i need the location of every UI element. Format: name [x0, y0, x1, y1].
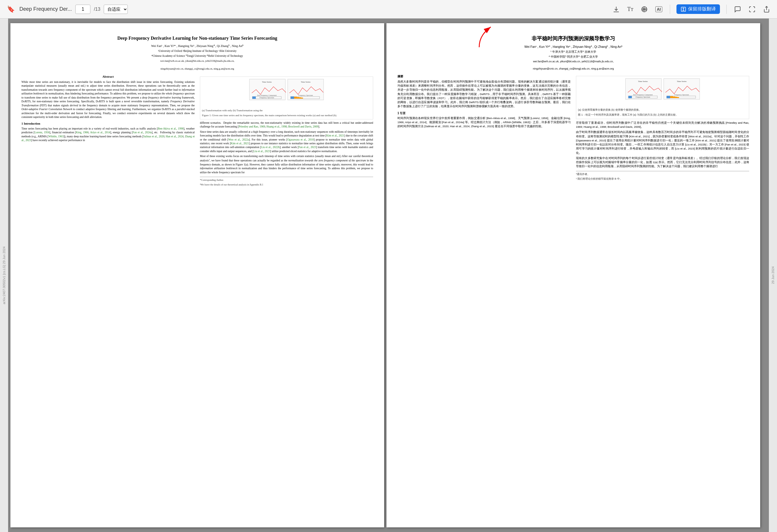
col2-text1: different scenarios. Despite the remarka…	[200, 121, 373, 129]
footnote1: *Corresponding Author.	[200, 178, 373, 182]
cn-intro-heading: 1 引言	[398, 111, 571, 115]
cn-figure-1: Time Series Zero Frequency Component Fre…	[576, 76, 749, 119]
pages-container: Deep Frequency Derivative Learning for N…	[8, 18, 769, 532]
svg-rect-12	[291, 97, 294, 99]
svg-rect-30	[673, 97, 675, 98]
abstract-heading: Abstract	[21, 75, 195, 79]
cn-footnote-area: *通讯作者。 ¹ 我们将理论分析的细节留在附录 B 中。	[576, 171, 749, 181]
share-button[interactable]	[762, 5, 771, 14]
svg-text:Frequency Spectrum: Frequency Spectrum	[674, 94, 689, 96]
svg-text:Zero Frequency Component: Zero Frequency Component	[633, 94, 653, 96]
cn-two-col-body: 摘要 虽然大多数时间序列是非平稳的，但模型在时间序列预测中不可避免地会面临分布漂…	[398, 74, 749, 182]
font-button[interactable]: Tт	[626, 5, 635, 14]
document-title: Deep Frequency Der...	[19, 6, 72, 12]
paper-title: Deep Frequency Derivative Learning for N…	[21, 35, 373, 41]
svg-rect-7	[252, 97, 256, 99]
comment-button[interactable]	[733, 5, 742, 14]
svg-text:Zero Frequency Component: Zero Frequency Component	[257, 94, 277, 96]
left-page: Deep Frequency Derivative Learning for N…	[10, 23, 384, 527]
figure-1-svg: Time Series Zero Frequency Component Fre…	[249, 79, 324, 107]
figure-1: Time Series Zero Frequency Component Fre…	[200, 77, 373, 119]
paper-affiliations: ¹University of Oxford ²Beijing Institute…	[21, 49, 373, 53]
cn-right-col: Time Series Zero Frequency Component Fre…	[576, 74, 749, 182]
svg-text:Time Series: Time Series	[677, 80, 687, 83]
svg-text:Frequency Spectrum: Frequency Spectrum	[259, 97, 274, 99]
svg-rect-14	[297, 97, 299, 99]
cn-col2-text3: 现有的大多数研究集中在对时间序列的每个时间步进行某些统计转变（通常是均值和标准差…	[576, 156, 749, 169]
cn-title: 非平稳时间序列预测的深频导数学习	[398, 35, 749, 42]
toolbar-separator	[670, 5, 670, 14]
svg-rect-16	[301, 98, 303, 99]
cn-affiliations: ¹ 牛津大学² 北京理工大学³ 吉林大学	[398, 50, 749, 54]
cn-fig-caption: (a) 仅使用零频率分量的变换 (b) 使用整个频谱的变换。	[578, 108, 747, 112]
svg-text:Frequency Spectrum: Frequency Spectrum	[299, 94, 313, 96]
left-col: Abstract While most time series are non-…	[21, 75, 195, 188]
ai-icon: AI	[655, 6, 662, 12]
svg-rect-23	[628, 96, 632, 98]
cn-email2: ningzhiyuan@cnic.cn, zhangqi_cs@tongji.e…	[398, 67, 749, 71]
cn-intro-text: 时间序列预测在各种现实世界行业中发挥着重要作用，例如交通分析 [Ben-Akiv…	[398, 116, 571, 129]
svg-text:Time Series: Time Series	[638, 80, 648, 83]
cn-fig-main: 图 1：给定一个时间序列及其频率谱，现有工作 (a) 与我们的方法 (b) 之间…	[578, 113, 747, 117]
right-date-label: 29 Jun 2024	[769, 18, 777, 532]
col2-text3: Most of these existing works focus on tr…	[200, 154, 373, 175]
svg-rect-29	[670, 96, 673, 98]
intro-text: Time series forecasting has been playing…	[21, 127, 195, 142]
toolbar-separator2	[726, 5, 727, 14]
bookmark-icon: 🔖	[7, 5, 15, 13]
paper-email2: ningzhiyuan@cnic.cn, zhangqi_cs@tongji.e…	[21, 67, 373, 71]
bookmark-button[interactable]: 🔖	[6, 4, 16, 14]
toolbar-right: Tт AI 保留排版翻译	[612, 4, 771, 14]
svg-rect-13	[294, 97, 297, 99]
svg-text:Time Series: Time Series	[262, 81, 272, 83]
cn-col2-text2: 由于时间序列数据通常在较长时间内以高频率被收集，这种具有数百万时间步的非平稳序列…	[576, 130, 749, 155]
cn-abstract-text: 虽然大多数时间序列是非平稳的，但模型在时间序列预测中不可避免地会面临分布漂移问题…	[398, 80, 571, 109]
toolbar-left: 🔖 Deep Frequency Der... /13 自适应 50% 75% …	[6, 4, 607, 14]
cn-footnote1: *通讯作者。	[576, 173, 749, 176]
download-button[interactable]	[612, 5, 621, 14]
cn-left-col: 摘要 虽然大多数时间序列是非平稳的，但模型在时间序列预测中不可避免地会面临分布漂…	[398, 74, 571, 182]
fullscreen-button[interactable]	[748, 5, 757, 14]
ai-button[interactable]: AI	[654, 5, 663, 13]
footnote-area: *Corresponding Author. ¹We leave the det…	[200, 177, 373, 186]
font-icon: Tт	[627, 6, 633, 12]
translate-button[interactable]: 保留排版翻译	[676, 4, 720, 14]
intro-heading: 1 Introduction	[21, 122, 195, 126]
svg-text:Frequency Spectrum: Frequency Spectrum	[636, 96, 650, 98]
two-col-body: Abstract While most time series are non-…	[21, 75, 373, 188]
cn-figure-1-svg: Time Series Zero Frequency Component Fre…	[625, 78, 700, 107]
paper-affiliations2: ⁴Chinese Academy of Science ⁵Tongji Univ…	[21, 54, 373, 58]
toolbar: 🔖 Deep Frequency Der... /13 自适应 50% 75% …	[0, 0, 777, 18]
page-total: /13	[94, 7, 100, 12]
footnote2: ¹We leave the details of our theoretical…	[200, 183, 373, 186]
paper-authors: Wei Fan¹ , Kun Yi²* , Hangting Ye³ , Zhi…	[21, 44, 373, 48]
translate-label: 保留排版翻译	[688, 6, 716, 12]
fig-caption-a: (a) Transformation with only (b) Transfo…	[202, 109, 371, 112]
cn-footnote2: ¹ 我们将理论分析的细节留在附录 B 中。	[576, 177, 749, 181]
cn-abstract-heading: 摘要	[398, 74, 571, 79]
right-col: Time Series Zero Frequency Component Fre…	[200, 75, 373, 188]
main-content: arXiv:2407.00502v1 [cs.LG] 29 Jun 2024 D…	[0, 18, 777, 532]
svg-rect-15	[299, 97, 301, 99]
page-number-input[interactable]	[75, 5, 90, 14]
paper-email: wei.fan@wrh.ox.ac.uk, yikun@bit.edu.cn, …	[21, 59, 373, 63]
cn-authors: Wei Fan¹ , Kun Yi²* , Hangting Ye³ , Zhi…	[398, 44, 749, 49]
fig-caption-main: Figure 1: Given one time series and its …	[202, 114, 371, 117]
left-arxiv-label: arXiv:2407.00502v1 [cs.LG] 29 Jun 2024	[0, 18, 8, 532]
cn-col2-text1: 尽管取得了显著成功，但时间序列数据中广泛存在的非平稳性仍然是一个关键但未得到充分…	[576, 121, 749, 129]
svg-rect-32	[677, 97, 679, 98]
right-page: 非平稳时间序列预测的深频导数学习 Wei Fan¹ , Kun Yi²* , H…	[386, 23, 760, 527]
cn-email: wei.fan@wrh.ox.ac.uk, yikun@bit.edu.cn, …	[398, 60, 749, 64]
svg-rect-28	[667, 96, 670, 98]
col2-text2: Since time series data are usually colle…	[200, 130, 373, 153]
svg-text:Time Series: Time Series	[301, 81, 311, 83]
language-button[interactable]	[640, 5, 649, 14]
svg-rect-31	[675, 97, 677, 98]
abstract-text: While most time series are non-stationar…	[21, 80, 195, 119]
zoom-select[interactable]: 自适应 50% 75% 100% 125% 150%	[104, 5, 128, 14]
cn-affiliations2: ⁴ 中国科学院⁵ 同济大学⁶ 合肥工业大学	[398, 55, 749, 59]
